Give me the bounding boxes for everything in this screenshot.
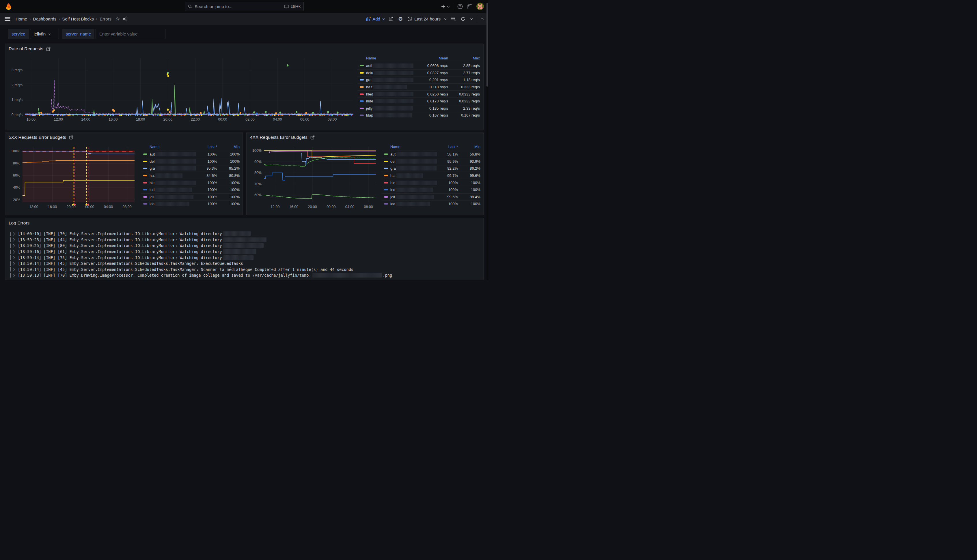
legend-value: 100%: [217, 181, 240, 185]
dashboard-settings-button[interactable]: ⚙: [398, 16, 403, 22]
legend-row[interactable]: ldap0.167 req/s0.167 req/s: [357, 112, 480, 119]
legend-row[interactable]: inde0.0173 req/s0.0333 req/s: [357, 98, 480, 105]
log-row[interactable]: ❯[13:59:25] [INF] [44] Emby.Server.Imple…: [9, 237, 480, 243]
time-range-picker[interactable]: Last 24 hours: [408, 17, 446, 22]
legend-row[interactable]: ind100%100%: [141, 186, 240, 193]
grafana-logo-icon[interactable]: [5, 3, 12, 10]
legend-row[interactable]: del95.9%93.9%: [382, 158, 480, 165]
search-input[interactable]: Search or jump to... ctrl+k: [185, 2, 304, 11]
expand-log-chevron-icon[interactable]: ❯: [13, 255, 15, 260]
legend-row[interactable]: delu0.0327 req/s2.77 req/s: [357, 69, 480, 77]
log-row[interactable]: ❯[13:59:14] [INF] [75] Emby.Server.Imple…: [9, 255, 480, 260]
series-name-prefix: ind: [150, 188, 154, 192]
variable-service-select[interactable]: jellyfin: [30, 29, 59, 39]
legend-header-name[interactable]: Name: [357, 56, 413, 60]
save-dashboard-button[interactable]: [389, 17, 394, 22]
log-row[interactable]: ❯[13:59:14] [INF] [45] Emby.Server.Imple…: [9, 267, 480, 273]
legend-row[interactable]: aut58.1%56.8%: [382, 151, 480, 158]
expand-log-chevron-icon[interactable]: ❯: [13, 243, 15, 248]
add-panel-button[interactable]: Add: [366, 17, 384, 22]
series-name-prefix: hled: [366, 92, 373, 97]
svg-text:12:00: 12:00: [29, 205, 38, 209]
legend-header-last[interactable]: Last *: [196, 145, 217, 149]
legend-header-min[interactable]: Min: [458, 145, 480, 149]
legend-row[interactable]: jell100%100%: [141, 193, 240, 200]
help-button[interactable]: ?: [457, 4, 463, 9]
fivexx-chart[interactable]: 20%40%60%80%100%12:0016:0020:0000:0004:0…: [7, 143, 137, 214]
legend-row[interactable]: ha.84.6%80.8%: [141, 172, 240, 179]
refresh-interval-chevron[interactable]: [470, 17, 473, 20]
legend-row[interactable]: autl0.0608 req/s2.85 req/s: [357, 62, 480, 69]
panel-title[interactable]: 5XX Requests Error Budgets: [9, 135, 66, 140]
external-link-icon[interactable]: [46, 47, 50, 51]
legend-row[interactable]: gra95.3%95.2%: [141, 165, 240, 172]
legend-header-min[interactable]: Min: [217, 145, 240, 149]
legend-header-name[interactable]: Name: [382, 145, 437, 149]
zoom-out-button[interactable]: [451, 17, 456, 22]
breadcrumb-item[interactable]: Home: [16, 17, 27, 22]
expand-log-chevron-icon[interactable]: ❯: [13, 261, 15, 266]
legend-row[interactable]: del100%100%: [141, 158, 240, 165]
share-button[interactable]: [123, 17, 128, 22]
legend-row[interactable]: hle100%100%: [382, 179, 480, 186]
redacted-series-name: [155, 173, 182, 178]
log-row[interactable]: ❯[13:59:16] [INF] [61] Emby.Server.Imple…: [9, 249, 480, 255]
log-row[interactable]: ❯[13:59:25] [INF] [80] Emby.Server.Imple…: [9, 243, 480, 249]
log-row[interactable]: ❯[13:59:13] [INF] [70] Emby.Drawing.Imag…: [9, 272, 480, 278]
legend-row[interactable]: ha.t0.118 req/s0.333 req/s: [357, 83, 480, 91]
svg-text:2 req/s: 2 req/s: [12, 83, 23, 87]
legend-value: 100%: [196, 195, 217, 199]
legend-row[interactable]: gra0.201 req/s1.13 req/s: [357, 76, 480, 83]
variable-service-label: service: [8, 29, 29, 39]
favorite-star-button[interactable]: ☆: [115, 16, 120, 22]
series-color-swatch: [143, 161, 147, 162]
expand-log-chevron-icon[interactable]: ❯: [13, 232, 15, 236]
series-color-swatch: [360, 86, 364, 88]
collapse-toolbar-button[interactable]: [481, 18, 484, 21]
legend-row[interactable]: gra92.2%86.2%: [382, 165, 480, 172]
panel-title[interactable]: Log Errors: [9, 220, 30, 226]
legend-row[interactable]: aut100%100%: [141, 151, 240, 158]
svg-text:40%: 40%: [13, 185, 20, 190]
legend-row[interactable]: jelly0.185 req/s2.33 req/s: [357, 105, 480, 112]
news-rss-icon[interactable]: [467, 4, 472, 9]
page-scrollbar-thumb[interactable]: [486, 3, 488, 87]
breadcrumb-item[interactable]: Self Host Blocks: [62, 17, 94, 22]
legend-row[interactable]: jell99.6%98.4%: [382, 193, 480, 200]
legend-value: 0.333 req/s: [448, 85, 480, 89]
expand-log-chevron-icon[interactable]: ❯: [13, 267, 15, 272]
external-link-icon[interactable]: [311, 135, 315, 140]
mega-menu-toggle[interactable]: [5, 17, 10, 21]
log-row[interactable]: ❯[13:59:14] [INF] [45] Emby.Server.Imple…: [9, 260, 480, 267]
fourxx-chart[interactable]: 60%70%80%90%100%12:0016:0020:0000:0004:0…: [248, 143, 378, 214]
external-link-icon[interactable]: [69, 135, 73, 140]
legend-header-max[interactable]: Max: [448, 56, 480, 60]
breadcrumb-item[interactable]: Dashboards: [33, 17, 56, 22]
legend-header-mean[interactable]: Mean: [413, 56, 448, 60]
expand-log-chevron-icon[interactable]: ❯: [13, 273, 15, 278]
svg-text:1 req/s: 1 req/s: [12, 98, 23, 102]
add-new-button[interactable]: [441, 4, 449, 9]
refresh-button[interactable]: [461, 17, 465, 22]
legend-value: 100%: [217, 202, 240, 206]
log-row[interactable]: ❯[14:00:10] [INF] [70] Emby.Server.Imple…: [9, 231, 480, 237]
legend-header-name[interactable]: Name: [141, 145, 196, 149]
variable-server-name-input[interactable]: [95, 29, 165, 39]
redacted-log-text: [223, 237, 267, 242]
expand-log-chevron-icon[interactable]: ❯: [13, 249, 15, 254]
panel-title[interactable]: Rate of Requests: [9, 46, 43, 52]
legend-header-last[interactable]: Last *: [437, 145, 458, 149]
legend-row[interactable]: ha.99.7%99.6%: [382, 172, 480, 179]
redacted-series-name: [372, 63, 413, 68]
legend-row[interactable]: ind100%100%: [382, 186, 480, 193]
legend-row[interactable]: lda100%100%: [382, 200, 480, 207]
series-color-swatch: [143, 168, 147, 169]
rate-chart[interactable]: 0 req/s1 req/s2 req/s3 req/s10:0012:0014…: [7, 55, 356, 129]
user-avatar[interactable]: [476, 3, 484, 10]
legend-row[interactable]: lda100%100%: [141, 200, 240, 207]
legend-row[interactable]: hled0.0250 req/s0.0333 req/s: [357, 90, 480, 98]
expand-log-chevron-icon[interactable]: ❯: [13, 237, 15, 242]
legend-row[interactable]: hle100%100%: [141, 179, 240, 186]
redacted-log-text: [223, 232, 251, 236]
panel-title[interactable]: 4XX Requests Error Budgets: [250, 135, 307, 140]
